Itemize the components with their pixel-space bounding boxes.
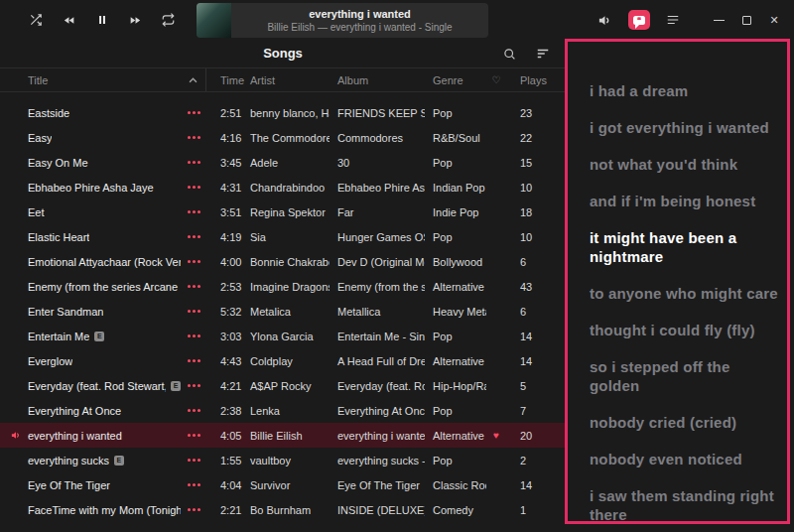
row-menu-button[interactable]: [181, 324, 206, 348]
song-plays: 18: [506, 206, 546, 218]
row-menu-button[interactable]: [181, 299, 206, 324]
table-row[interactable]: FaceTime with my Mom (Tonight) E 2:21 Bo…: [0, 497, 566, 522]
row-status-cell: [10, 331, 28, 341]
queue-button[interactable]: [663, 11, 683, 29]
column-header-loved-heart-icon[interactable]: ♡: [486, 74, 506, 85]
table-row[interactable]: Eye Of The Tiger E 4:04 Survivor Eye Of …: [0, 472, 566, 497]
row-menu-button[interactable]: [181, 274, 206, 299]
lyric-line[interactable]: nobody even noticed: [590, 450, 782, 468]
table-row[interactable]: Easy E 4:16 The Commodores Commodores R&…: [0, 125, 566, 150]
song-artist: Billie Eilish: [242, 430, 330, 442]
lyric-line[interactable]: not what you'd think: [590, 155, 782, 174]
lyric-line[interactable]: i had a dream: [590, 81, 782, 100]
ellipsis-menu-icon: [188, 359, 191, 362]
pause-button[interactable]: [93, 11, 111, 29]
ellipsis-menu-icon: [188, 210, 191, 213]
ellipsis-menu-icon: [188, 186, 191, 189]
song-title: Easy On Me: [28, 157, 88, 169]
table-row[interactable]: Enemy (from the series Arcane Leagu... E…: [0, 274, 566, 299]
lyric-line[interactable]: i got everything i wanted: [590, 118, 782, 137]
table-row[interactable]: Enter Sandman E 5:32 Metalica Metallica …: [0, 299, 566, 324]
column-header-artist[interactable]: Artist: [242, 74, 330, 86]
song-genre: Indian Pop: [425, 182, 486, 194]
song-album: 30: [330, 157, 425, 169]
row-menu-button[interactable]: [181, 150, 206, 175]
song-artist: Regina Spektor: [242, 206, 330, 218]
shuffle-button[interactable]: [26, 11, 46, 29]
volume-button[interactable]: [595, 11, 615, 30]
row-menu-button[interactable]: [181, 497, 206, 522]
song-time: 4:16: [206, 132, 242, 144]
table-row[interactable]: Everyday (feat. Rod Stewart, Miguel... E…: [0, 373, 566, 398]
lyric-line[interactable]: thought i could fly (fly): [590, 321, 782, 339]
song-time: 2:53: [206, 281, 242, 293]
song-title-cell: Easy On Me E: [28, 157, 181, 169]
column-header-title[interactable]: Title: [28, 74, 181, 86]
maximize-button[interactable]: [732, 0, 760, 40]
song-title-cell: everything i wanted E: [28, 430, 181, 442]
row-menu-button[interactable]: [181, 224, 206, 249]
song-artist: Ylona Garcia: [242, 331, 330, 342]
row-menu-button[interactable]: [181, 200, 206, 224]
ellipsis-menu-icon: [188, 483, 191, 486]
ellipsis-menu-icon: [188, 260, 191, 263]
column-header-plays[interactable]: Plays: [506, 74, 546, 86]
queue-list-icon: [665, 13, 681, 27]
lyrics-lines: i had a dreami got everything i wantedno…: [590, 81, 782, 524]
table-row[interactable]: Emotional Attyachaar (Rock Version) E 4:…: [0, 249, 566, 274]
table-row[interactable]: Easy On Me E 3:45 Adele 30 Pop 15: [0, 150, 566, 175]
table-row[interactable]: Entertain Me E 3:03 Ylona Garcia Enterta…: [0, 324, 566, 348]
table-row[interactable]: Eet E 3:51 Regina Spektor Far Indie Pop …: [0, 200, 566, 224]
sort-ascending-indicator[interactable]: [181, 68, 206, 91]
row-menu-button[interactable]: [181, 249, 206, 274]
lyrics-toggle-button[interactable]: [628, 10, 650, 30]
song-title-cell: Everyday (feat. Rod Stewart, Miguel... E: [28, 380, 181, 392]
row-menu-button[interactable]: [181, 423, 206, 448]
search-button[interactable]: [501, 46, 518, 63]
song-artist: Lenka: [242, 405, 330, 417]
lyric-line[interactable]: nobody cried (cried): [590, 413, 782, 432]
row-status-cell: [10, 306, 28, 317]
loved-heart-icon[interactable]: ♥: [486, 430, 506, 441]
lyric-line[interactable]: and if i'm being honest: [590, 192, 782, 210]
column-header-album[interactable]: Album: [330, 74, 425, 86]
table-row[interactable]: everything i wanted E 4:05 Billie Eilish…: [0, 423, 566, 448]
minimize-button[interactable]: [705, 0, 732, 40]
previous-button[interactable]: [60, 12, 79, 29]
close-button[interactable]: ✕: [760, 0, 788, 40]
row-menu-button[interactable]: [181, 100, 206, 125]
row-menu-button[interactable]: [181, 175, 206, 200]
table-row[interactable]: everything sucks E 1:55 vaultboy everyth…: [0, 448, 566, 472]
lyric-line[interactable]: it might have been a nightmare: [590, 228, 782, 266]
next-button[interactable]: [125, 12, 145, 29]
table-row[interactable]: Eastside E 2:51 benny blanco, Halse... F…: [0, 100, 566, 125]
sort-filter-icon: [536, 48, 550, 60]
lyric-line[interactable]: so i stepped off the golden: [590, 357, 782, 395]
song-genre: Pop: [425, 231, 486, 243]
sort-filter-button[interactable]: [534, 46, 552, 62]
song-plays: 1: [506, 504, 546, 516]
song-time: 1:55: [206, 455, 242, 466]
song-album: FRIENDS KEEP SEC...: [330, 107, 425, 119]
row-menu-button[interactable]: [181, 125, 206, 150]
row-menu-button[interactable]: [181, 373, 206, 398]
column-header-time[interactable]: Time: [206, 74, 242, 86]
row-menu-button[interactable]: [181, 448, 206, 472]
repeat-button[interactable]: [159, 11, 178, 29]
song-artist: Chandrabindoo: [242, 182, 330, 194]
table-row[interactable]: Elastic Heart E 4:19 Sia Hunger Games OS…: [0, 224, 566, 249]
table-row[interactable]: Everything At Once E 2:38 Lenka Everythi…: [0, 398, 566, 423]
row-menu-button[interactable]: [181, 348, 206, 373]
row-menu-button[interactable]: [181, 472, 206, 497]
row-status-cell: [10, 455, 28, 466]
ellipsis-menu-icon: [188, 161, 191, 164]
lyric-line[interactable]: i saw them standing right there: [590, 486, 782, 524]
song-genre: Pop: [425, 455, 486, 466]
lyric-line[interactable]: to anyone who might care: [590, 284, 782, 303]
column-header-genre[interactable]: Genre: [425, 74, 486, 86]
minimize-icon: [714, 20, 725, 21]
table-row[interactable]: Ebhabeo Phire Asha Jaye E 4:31 Chandrabi…: [0, 175, 566, 200]
table-row[interactable]: Everglow E 4:43 Coldplay A Head Full of …: [0, 348, 566, 373]
row-menu-button[interactable]: [181, 398, 206, 423]
now-playing-widget[interactable]: everything i wanted Billie Eilish — ever…: [197, 3, 488, 38]
